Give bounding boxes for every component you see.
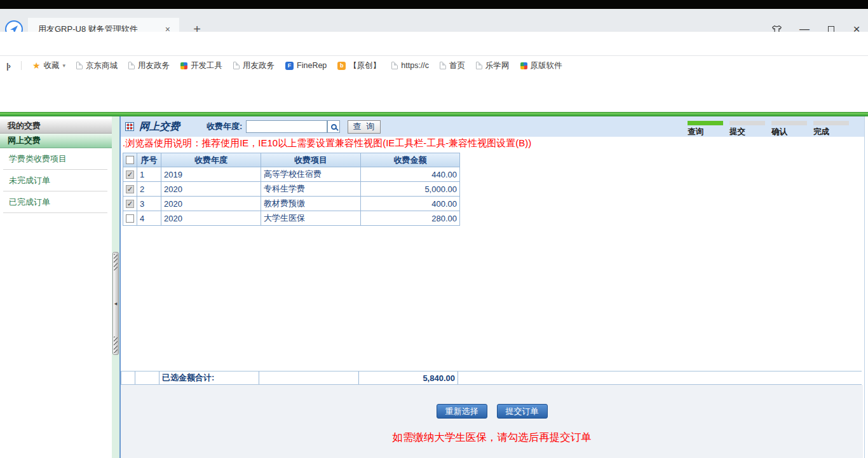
progress-step: 完成 — [813, 121, 855, 137]
row-checkbox[interactable]: ✓ — [126, 185, 134, 193]
progress-step: 提交 — [729, 121, 771, 137]
collapse-arrow-icon: ◂ — [114, 300, 118, 307]
row-checkbox[interactable]: ✓ — [126, 170, 134, 179]
bookmark-item[interactable]: b 【原创】 — [337, 60, 381, 71]
reselect-button[interactable]: 重新选择 — [437, 404, 487, 419]
progress-step: 确认 — [771, 121, 813, 137]
total-label: 已选金额合计: — [159, 371, 259, 384]
page-header: 用友GRP-U8R10 用友软件 www.yonyou.com 欢迎: [ 换肤… — [0, 75, 868, 99]
fee-year-lookup-button[interactable] — [327, 120, 340, 133]
sidebar-item[interactable]: 学费类收费项目 — [3, 149, 107, 170]
page-icon — [476, 62, 482, 69]
colorful-app-icon — [180, 62, 187, 69]
page-title: 网上交费 — [139, 120, 180, 134]
finereport-icon: F — [285, 62, 294, 70]
table-row: 4 2020 大学生医保 280.00 — [123, 211, 460, 226]
sidebar-item[interactable]: 未完成订单 — [3, 170, 107, 191]
progress-step-bar — [813, 121, 849, 125]
content-toolbar: 网上交费 收费年度: 查 询 查询提交确认完成 — [121, 116, 864, 137]
green-accent-bar — [0, 112, 868, 116]
progress-step-label: 提交 — [729, 127, 771, 137]
right-gutter — [864, 116, 868, 458]
bookmark-item[interactable]: 开发工具 — [180, 60, 222, 71]
sidebar-collapse-handle[interactable]: ◂ — [112, 252, 119, 355]
magnifier-icon — [331, 124, 337, 130]
sidebar-header-my-payment[interactable]: 我的交费 — [0, 119, 112, 134]
bookmark-item[interactable]: https://c — [391, 61, 429, 70]
sidebar-header-online-payment[interactable]: 网上交费 — [0, 134, 112, 148]
bookmark-item[interactable]: 用友政务 — [128, 60, 170, 71]
page-icon — [440, 62, 446, 69]
bookmarks-collapse-icon[interactable]: |› — [6, 61, 10, 71]
baidu-icon: b — [337, 62, 346, 70]
progress-steps: 查询提交确认完成 — [688, 121, 855, 137]
bookmark-item[interactable]: 首页 — [440, 60, 465, 71]
select-all-checkbox[interactable] — [126, 156, 134, 164]
progress-step: 查询 — [688, 121, 729, 137]
star-icon: ★ — [32, 60, 41, 71]
progress-step-bar — [729, 121, 765, 125]
sidebar: 我的交费 网上交费 学费类收费项目未完成订单已完成订单 — [0, 116, 112, 458]
favorites-button[interactable]: ★ 收藏 ▾ — [32, 60, 65, 71]
bookmark-item[interactable]: F FineRep — [285, 61, 327, 70]
footer-band: 重新选择 提交订单 如需缴纳大学生医保，请勾选后再提交订单 — [121, 385, 863, 458]
page-icon — [233, 62, 240, 69]
caret-down-icon: ▾ — [63, 62, 66, 69]
sidebar-item[interactable]: 已完成订单 — [3, 192, 107, 213]
total-amount: 5,840.00 — [359, 371, 458, 384]
fee-table: 序号 收费年度 收费项目 收费金额 ✓ 1 2019 高等学校住宿费 440.0… — [123, 153, 460, 226]
address-toolbar: ‹ › ↻ ⌂ + https://cw.wbu.edu.cn/u8qx/sys… — [0, 32, 868, 56]
main-content: 网上交费 收费年度: 查 询 查询提交确认完成 .浏览器使用说明：推荐使用IE，… — [121, 116, 864, 458]
window-top-strip — [0, 0, 868, 9]
fee-year-label: 收费年度: — [207, 121, 242, 132]
grid-table-icon — [125, 122, 134, 131]
query-button[interactable]: 查 询 — [348, 120, 381, 134]
browser-tab-bar: 用友GRP-U8 财务管理软件 × + — × — [0, 9, 868, 32]
progress-step-bar — [771, 121, 807, 125]
colorful-app-icon — [520, 62, 527, 69]
browser-usage-notice: .浏览器使用说明：推荐使用IE，IE10以上需要设置兼容性视图(IE工具栏-工具… — [123, 137, 531, 149]
page-icon — [391, 62, 398, 69]
progress-step-bar — [688, 121, 723, 125]
page-icon — [128, 62, 135, 69]
row-checkbox[interactable] — [126, 214, 134, 223]
bookmarks-bar: |› ★ 收藏 ▾ 京东商城 用友政务 开发工具 用友政务 F FineRep … — [0, 56, 868, 75]
page-icon — [76, 62, 83, 69]
progress-step-label: 确认 — [771, 127, 813, 137]
divider — [21, 61, 22, 70]
bookmark-item[interactable]: 乐学网 — [476, 60, 510, 71]
fee-year-input[interactable] — [246, 120, 327, 133]
table-row: ✓ 2 2020 专科生学费 5,000.00 — [123, 182, 460, 197]
progress-step-label: 完成 — [813, 127, 855, 137]
bookmark-item[interactable]: 用友政务 — [233, 60, 275, 71]
medical-insurance-hint: 如需缴纳大学生医保，请勾选后再提交订单 — [121, 431, 863, 445]
fee-table-header-row: 序号 收费年度 收费项目 收费金额 — [123, 153, 460, 167]
row-checkbox[interactable]: ✓ — [126, 200, 134, 208]
table-row: ✓ 3 2020 教材费预缴 400.00 — [123, 197, 460, 211]
bookmark-item[interactable]: 京东商城 — [76, 60, 118, 71]
progress-step-label: 查询 — [688, 127, 729, 137]
submit-order-button[interactable]: 提交订单 — [497, 404, 548, 419]
table-row: ✓ 1 2019 高等学校住宿费 440.00 — [123, 167, 460, 182]
bookmark-item[interactable]: 原版软件 — [520, 60, 562, 71]
totals-section: 已选金额合计: 5,840.00 — [121, 371, 862, 385]
